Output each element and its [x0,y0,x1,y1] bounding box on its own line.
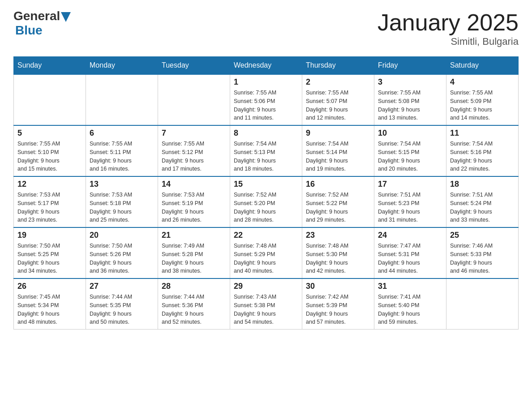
day-number: 5 [17,128,82,138]
logo-triangle-icon [61,12,71,22]
day-number: 22 [234,231,298,240]
calendar-cell [86,74,158,125]
day-info: Sunrise: 7:52 AM Sunset: 5:20 PM Dayligh… [234,191,298,224]
calendar-cell: 25Sunrise: 7:46 AM Sunset: 5:33 PM Dayli… [446,227,519,278]
calendar-cell: 3Sunrise: 7:55 AM Sunset: 5:08 PM Daylig… [374,74,446,125]
week-row-2: 5Sunrise: 7:55 AM Sunset: 5:10 PM Daylig… [14,125,519,176]
day-info: Sunrise: 7:48 AM Sunset: 5:29 PM Dayligh… [234,242,298,275]
day-number: 14 [162,180,226,189]
day-number: 31 [378,282,442,291]
logo-general-text: General [13,9,60,23]
day-info: Sunrise: 7:55 AM Sunset: 5:07 PM Dayligh… [306,89,370,122]
calendar-title: January 2025 [378,9,519,36]
day-info: Sunrise: 7:54 AM Sunset: 5:16 PM Dayligh… [450,140,515,173]
day-number: 11 [450,128,515,138]
day-info: Sunrise: 7:42 AM Sunset: 5:39 PM Dayligh… [306,293,370,326]
week-row-1: 1Sunrise: 7:55 AM Sunset: 5:06 PM Daylig… [14,74,519,125]
calendar-cell: 15Sunrise: 7:52 AM Sunset: 5:20 PM Dayli… [230,176,302,227]
calendar-cell: 17Sunrise: 7:51 AM Sunset: 5:23 PM Dayli… [374,176,446,227]
day-number: 15 [234,180,298,189]
day-number: 21 [162,231,226,240]
day-info: Sunrise: 7:54 AM Sunset: 5:13 PM Dayligh… [234,140,298,173]
header-row: SundayMondayTuesdayWednesdayThursdayFrid… [14,57,519,75]
day-number: 27 [90,282,154,291]
title-section: January 2025 Simitli, Bulgaria [378,9,519,47]
day-number: 13 [90,180,154,189]
logo: General Blue [13,9,71,38]
day-info: Sunrise: 7:54 AM Sunset: 5:14 PM Dayligh… [306,140,370,173]
day-number: 20 [90,231,154,240]
day-number: 12 [17,180,82,189]
day-info: Sunrise: 7:51 AM Sunset: 5:23 PM Dayligh… [378,191,442,224]
calendar-table: SundayMondayTuesdayWednesdayThursdayFrid… [13,56,519,330]
day-info: Sunrise: 7:45 AM Sunset: 5:34 PM Dayligh… [17,293,82,326]
day-number: 16 [306,180,370,189]
week-row-5: 26Sunrise: 7:45 AM Sunset: 5:34 PM Dayli… [14,278,519,330]
calendar-cell: 22Sunrise: 7:48 AM Sunset: 5:29 PM Dayli… [230,227,302,278]
calendar-cell: 6Sunrise: 7:55 AM Sunset: 5:11 PM Daylig… [86,125,158,176]
header-day-sunday: Sunday [14,57,86,75]
header-day-monday: Monday [86,57,158,75]
calendar-cell [14,74,86,125]
day-number: 4 [450,77,515,87]
day-info: Sunrise: 7:54 AM Sunset: 5:15 PM Dayligh… [378,140,442,173]
day-info: Sunrise: 7:55 AM Sunset: 5:08 PM Dayligh… [378,89,442,122]
day-number: 28 [162,282,226,291]
calendar-cell: 21Sunrise: 7:49 AM Sunset: 5:28 PM Dayli… [158,227,230,278]
day-info: Sunrise: 7:47 AM Sunset: 5:31 PM Dayligh… [378,242,442,275]
day-number: 1 [234,77,298,87]
day-number: 23 [306,231,370,240]
day-number: 18 [450,180,515,189]
day-number: 19 [17,231,82,240]
day-info: Sunrise: 7:53 AM Sunset: 5:18 PM Dayligh… [90,191,154,224]
calendar-cell: 18Sunrise: 7:51 AM Sunset: 5:24 PM Dayli… [446,176,519,227]
day-number: 9 [306,128,370,138]
day-info: Sunrise: 7:53 AM Sunset: 5:19 PM Dayligh… [162,191,226,224]
calendar-cell: 30Sunrise: 7:42 AM Sunset: 5:39 PM Dayli… [302,278,374,330]
calendar-cell: 5Sunrise: 7:55 AM Sunset: 5:10 PM Daylig… [14,125,86,176]
day-info: Sunrise: 7:52 AM Sunset: 5:22 PM Dayligh… [306,191,370,224]
day-info: Sunrise: 7:49 AM Sunset: 5:28 PM Dayligh… [162,242,226,275]
day-number: 29 [234,282,298,291]
day-number: 2 [306,77,370,87]
day-number: 30 [306,282,370,291]
calendar-cell: 14Sunrise: 7:53 AM Sunset: 5:19 PM Dayli… [158,176,230,227]
calendar-cell: 13Sunrise: 7:53 AM Sunset: 5:18 PM Dayli… [86,176,158,227]
calendar-cell [446,278,519,330]
day-info: Sunrise: 7:55 AM Sunset: 5:12 PM Dayligh… [162,140,226,173]
week-row-3: 12Sunrise: 7:53 AM Sunset: 5:17 PM Dayli… [14,176,519,227]
header-day-saturday: Saturday [446,57,519,75]
header-day-friday: Friday [374,57,446,75]
day-info: Sunrise: 7:41 AM Sunset: 5:40 PM Dayligh… [378,293,442,326]
day-number: 3 [378,77,442,87]
day-info: Sunrise: 7:44 AM Sunset: 5:35 PM Dayligh… [90,293,154,326]
day-info: Sunrise: 7:55 AM Sunset: 5:06 PM Dayligh… [234,89,298,122]
calendar-subtitle: Simitli, Bulgaria [378,36,519,47]
day-info: Sunrise: 7:43 AM Sunset: 5:38 PM Dayligh… [234,293,298,326]
day-info: Sunrise: 7:53 AM Sunset: 5:17 PM Dayligh… [17,191,82,224]
day-number: 17 [378,180,442,189]
calendar-cell: 16Sunrise: 7:52 AM Sunset: 5:22 PM Dayli… [302,176,374,227]
header-day-wednesday: Wednesday [230,57,302,75]
calendar-cell: 10Sunrise: 7:54 AM Sunset: 5:15 PM Dayli… [374,125,446,176]
calendar-cell: 7Sunrise: 7:55 AM Sunset: 5:12 PM Daylig… [158,125,230,176]
day-info: Sunrise: 7:55 AM Sunset: 5:11 PM Dayligh… [90,140,154,173]
calendar-cell: 1Sunrise: 7:55 AM Sunset: 5:06 PM Daylig… [230,74,302,125]
calendar-body: 1Sunrise: 7:55 AM Sunset: 5:06 PM Daylig… [14,74,519,330]
day-number: 26 [17,282,82,291]
day-number: 25 [450,231,515,240]
day-number: 7 [162,128,226,138]
day-info: Sunrise: 7:44 AM Sunset: 5:36 PM Dayligh… [162,293,226,326]
day-info: Sunrise: 7:50 AM Sunset: 5:26 PM Dayligh… [90,242,154,275]
day-info: Sunrise: 7:55 AM Sunset: 5:10 PM Dayligh… [17,140,82,173]
day-info: Sunrise: 7:50 AM Sunset: 5:25 PM Dayligh… [17,242,82,275]
calendar-header: SundayMondayTuesdayWednesdayThursdayFrid… [14,57,519,75]
calendar-cell: 28Sunrise: 7:44 AM Sunset: 5:36 PM Dayli… [158,278,230,330]
calendar-cell: 31Sunrise: 7:41 AM Sunset: 5:40 PM Dayli… [374,278,446,330]
calendar-cell: 2Sunrise: 7:55 AM Sunset: 5:07 PM Daylig… [302,74,374,125]
calendar-cell: 19Sunrise: 7:50 AM Sunset: 5:25 PM Dayli… [14,227,86,278]
calendar-cell: 4Sunrise: 7:55 AM Sunset: 5:09 PM Daylig… [446,74,519,125]
page-header: General Blue January 2025 Simitli, Bulga… [13,9,519,47]
calendar-cell [158,74,230,125]
calendar-cell: 26Sunrise: 7:45 AM Sunset: 5:34 PM Dayli… [14,278,86,330]
